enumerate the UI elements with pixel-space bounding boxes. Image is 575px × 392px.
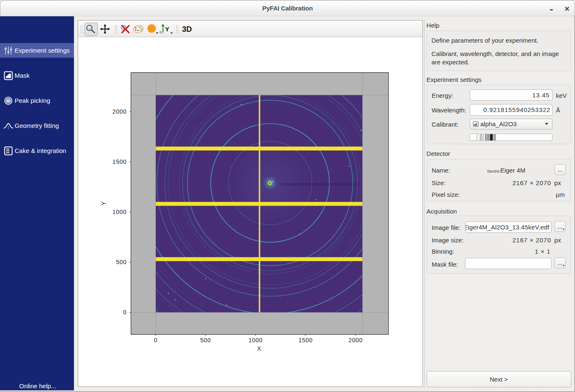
svg-text:0: 0 — [160, 31, 162, 34]
svg-text:0: 0 — [123, 309, 127, 316]
svg-text:2000: 2000 — [112, 108, 127, 115]
svg-text:1500: 1500 — [298, 337, 313, 344]
svg-text:500: 500 — [116, 259, 127, 265]
svg-text:Y: Y — [100, 201, 107, 206]
svg-text:1500: 1500 — [112, 158, 127, 165]
svg-text:2000: 2000 — [349, 337, 363, 344]
svg-text:X: X — [257, 345, 261, 352]
svg-text:0: 0 — [154, 337, 158, 344]
svg-text:1000: 1000 — [249, 337, 263, 344]
svg-text:3D: 3D — [182, 25, 192, 33]
svg-text:1000: 1000 — [112, 209, 127, 215]
svg-text:500: 500 — [200, 337, 211, 344]
svg-text:Y: Y — [165, 25, 169, 33]
